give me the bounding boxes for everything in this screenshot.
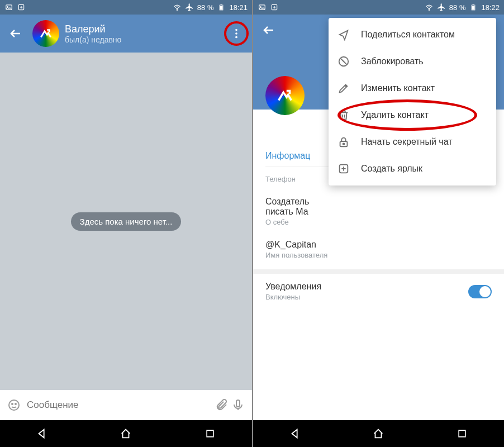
nav-home-button[interactable] bbox=[109, 422, 142, 445]
contact-name: Валерий bbox=[65, 23, 121, 35]
username-label: Имя пользователя bbox=[265, 251, 492, 259]
plus-icon bbox=[270, 3, 279, 12]
airplane-icon bbox=[185, 3, 194, 12]
contact-avatar[interactable] bbox=[32, 20, 59, 47]
lock-icon bbox=[337, 136, 350, 148]
contact-status: был(а) недавно bbox=[65, 35, 121, 44]
notifications-row[interactable]: Уведомления Включены bbox=[265, 274, 492, 309]
clock-time: 18:22 bbox=[481, 3, 500, 12]
svg-point-18 bbox=[429, 9, 429, 10]
separator bbox=[253, 269, 504, 274]
nav-back-button[interactable] bbox=[25, 422, 59, 445]
menu-edit-contact[interactable]: Изменить контакт bbox=[329, 75, 496, 102]
nav-recent-button[interactable] bbox=[193, 422, 227, 445]
image-icon bbox=[4, 3, 13, 12]
nav-back-button[interactable] bbox=[278, 422, 312, 445]
svg-point-8 bbox=[235, 32, 237, 35]
clock-time: 18:21 bbox=[229, 3, 248, 12]
svg-point-12 bbox=[15, 403, 16, 405]
add-shortcut-icon bbox=[337, 163, 350, 175]
menu-label: Создать ярлык bbox=[361, 164, 422, 174]
status-bar: 88 % 18:21 bbox=[0, 0, 252, 15]
android-nav-bar bbox=[0, 420, 252, 447]
svg-point-11 bbox=[12, 403, 13, 405]
svg-rect-20 bbox=[472, 6, 475, 10]
status-bar: 88 % 18:22 bbox=[253, 0, 504, 15]
battery-percent: 88 % bbox=[197, 3, 214, 12]
emoji-icon[interactable] bbox=[6, 397, 22, 413]
username-value: @K_Capitan bbox=[265, 240, 492, 251]
back-button[interactable] bbox=[258, 19, 280, 41]
menu-label: Начать секретный чат bbox=[361, 137, 453, 147]
empty-chat-message: Здесь пока ничего нет... bbox=[71, 212, 182, 231]
svg-rect-21 bbox=[473, 4, 474, 5]
username-field[interactable]: @K_Capitan Имя пользователя bbox=[265, 232, 492, 265]
svg-point-3 bbox=[177, 9, 177, 10]
menu-label: Заблокировать bbox=[361, 56, 424, 66]
more-options-button[interactable] bbox=[225, 22, 248, 45]
mic-icon[interactable] bbox=[230, 397, 246, 413]
options-dropdown: Поделиться контактом Заблокировать Измен… bbox=[329, 18, 496, 186]
block-icon bbox=[337, 55, 350, 68]
svg-rect-22 bbox=[459, 430, 465, 437]
phone-left-chat: 88 % 18:21 Валерий был(а) недавно Здесь … bbox=[0, 0, 252, 447]
message-input-bar bbox=[0, 390, 252, 420]
chat-background[interactable]: Здесь пока ничего нет... bbox=[0, 53, 252, 390]
battery-icon bbox=[469, 3, 478, 12]
trash-icon bbox=[337, 109, 350, 121]
notifications-switch[interactable] bbox=[468, 285, 492, 298]
svg-point-10 bbox=[9, 400, 19, 410]
share-icon bbox=[337, 28, 350, 41]
svg-point-25 bbox=[343, 143, 345, 145]
notif-title: Уведомления bbox=[265, 282, 321, 293]
wifi-icon bbox=[425, 3, 434, 12]
menu-share-contact[interactable]: Поделиться контактом bbox=[329, 21, 496, 48]
svg-rect-14 bbox=[207, 430, 213, 437]
wifi-icon bbox=[173, 3, 182, 12]
contact-name-block[interactable]: Валерий был(а) недавно bbox=[65, 23, 121, 44]
nav-home-button[interactable] bbox=[362, 422, 395, 445]
chat-app-bar: Валерий был(а) недавно bbox=[0, 15, 252, 53]
attach-icon[interactable] bbox=[213, 397, 230, 413]
profile-avatar[interactable] bbox=[265, 76, 305, 115]
back-button[interactable] bbox=[4, 22, 27, 45]
menu-label: Поделиться контактом bbox=[361, 30, 455, 40]
menu-secret-chat[interactable]: Начать секретный чат bbox=[329, 129, 496, 155]
menu-delete-contact[interactable]: Удалить контакт bbox=[329, 102, 496, 129]
bio-field[interactable]: Создатель писать Ма О себе bbox=[265, 189, 492, 232]
pencil-icon bbox=[337, 82, 350, 94]
plus-icon bbox=[17, 3, 26, 12]
notif-status: Включены bbox=[265, 293, 321, 301]
svg-rect-5 bbox=[220, 6, 223, 10]
menu-block[interactable]: Заблокировать bbox=[329, 48, 496, 75]
airplane-icon bbox=[437, 3, 446, 12]
svg-rect-13 bbox=[236, 400, 240, 407]
android-nav-bar bbox=[253, 420, 504, 447]
bio-value: Создатель писать Ма bbox=[265, 197, 492, 218]
menu-create-shortcut[interactable]: Создать ярлык bbox=[329, 155, 496, 182]
svg-rect-6 bbox=[221, 4, 222, 5]
menu-label: Удалить контакт bbox=[361, 110, 429, 120]
phone-right-profile: 88 % 18:22 Информац Телефон Создатель пи… bbox=[252, 0, 504, 447]
bio-label: О себе bbox=[265, 218, 492, 226]
nav-recent-button[interactable] bbox=[445, 422, 479, 445]
svg-point-9 bbox=[235, 36, 237, 39]
battery-percent: 88 % bbox=[449, 3, 466, 12]
menu-label: Изменить контакт bbox=[361, 83, 435, 93]
battery-icon bbox=[217, 3, 226, 12]
image-icon bbox=[258, 3, 267, 12]
svg-point-7 bbox=[235, 29, 237, 31]
message-input[interactable] bbox=[22, 400, 213, 411]
